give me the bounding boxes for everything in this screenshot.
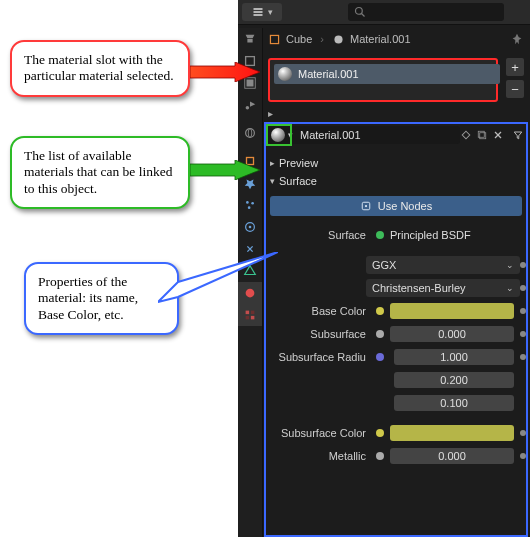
- tab-material[interactable]: [238, 282, 262, 304]
- radius-z[interactable]: 0.100: [394, 395, 514, 411]
- section-surface[interactable]: ▾Surface: [262, 172, 530, 190]
- prop-subsurface-radius: Subsurface Radiu 1.000: [266, 346, 526, 368]
- callout-3: Properties of the material: its name, Ba…: [24, 262, 179, 335]
- filter-icon[interactable]: [510, 127, 526, 143]
- socket-icon[interactable]: [376, 231, 384, 239]
- prop-subsurface-color: Subsurface Color: [266, 422, 526, 444]
- prop-surface: Surface Principled BSDF: [266, 224, 526, 246]
- arrow-red: [190, 62, 260, 82]
- svg-point-12: [248, 129, 252, 138]
- socket-icon[interactable]: [376, 429, 384, 437]
- nodes-icon: [360, 200, 372, 212]
- svg-rect-0: [253, 8, 262, 10]
- properties-tabs: [238, 28, 263, 537]
- material-slot-row[interactable]: Material.001: [274, 64, 500, 84]
- add-slot-button[interactable]: +: [506, 58, 524, 76]
- svg-rect-21: [246, 311, 250, 315]
- socket-icon[interactable]: [376, 353, 384, 361]
- pin-icon[interactable]: [510, 32, 524, 48]
- svg-point-14: [246, 201, 249, 204]
- callout-2: The list of available materials that can…: [10, 136, 190, 209]
- base-color-swatch[interactable]: [390, 303, 514, 319]
- tab-scene[interactable]: [238, 94, 262, 116]
- svg-marker-19: [245, 266, 256, 275]
- socket-icon[interactable]: [376, 330, 384, 338]
- annotation-green-box: [266, 124, 292, 146]
- material-preview-icon: [278, 67, 292, 81]
- section-preview[interactable]: ▸Preview: [262, 154, 530, 172]
- tab-texture[interactable]: [238, 304, 262, 326]
- chevron-down-icon: ⌄: [506, 283, 514, 293]
- svg-point-10: [246, 106, 250, 110]
- prop-base-color: Base Color: [266, 300, 526, 322]
- chevron-down-icon: ▾: [268, 7, 273, 17]
- svg-rect-25: [270, 35, 278, 43]
- tab-constraints[interactable]: [238, 238, 262, 260]
- svg-marker-34: [190, 160, 260, 180]
- tab-data[interactable]: [238, 260, 262, 282]
- new-material-icon[interactable]: [474, 127, 490, 143]
- material-slot-list[interactable]: Material.001: [268, 58, 498, 102]
- tab-particles[interactable]: [238, 194, 262, 216]
- socket-icon[interactable]: [376, 307, 384, 315]
- fake-user-icon[interactable]: [458, 127, 474, 143]
- metallic-value[interactable]: 0.000: [390, 448, 514, 464]
- material-name-field[interactable]: [298, 128, 412, 142]
- svg-point-32: [365, 205, 367, 207]
- options-pulldown[interactable]: ▾: [242, 3, 282, 21]
- chevron-right-icon: ▸: [270, 158, 275, 168]
- svg-rect-24: [251, 316, 255, 320]
- search-input[interactable]: [348, 3, 504, 21]
- prop-metallic: Metallic 0.000: [266, 445, 526, 467]
- svg-marker-33: [190, 62, 260, 82]
- svg-rect-28: [480, 133, 486, 139]
- tab-world[interactable]: [238, 122, 262, 144]
- prop-subsurface: Subsurface 0.000: [266, 323, 526, 345]
- svg-point-16: [248, 206, 251, 209]
- svg-point-15: [251, 202, 254, 205]
- svg-point-11: [246, 129, 255, 138]
- chevron-down-icon: ▾: [270, 176, 275, 186]
- prop-distribution: GGX⌄: [266, 254, 526, 276]
- search-icon: [354, 6, 366, 18]
- svg-rect-1: [253, 11, 262, 13]
- chevron-down-icon: ⌄: [506, 260, 514, 270]
- distribution-dropdown[interactable]: GGX⌄: [366, 256, 520, 274]
- sss-method-dropdown[interactable]: Christensen-Burley⌄: [366, 279, 520, 297]
- breadcrumb: Cube › Material.001: [262, 28, 530, 50]
- subsurface-value[interactable]: 0.000: [390, 326, 514, 342]
- radius-y[interactable]: 0.200: [394, 372, 514, 388]
- svg-rect-6: [247, 39, 252, 43]
- svg-point-18: [249, 226, 252, 229]
- breadcrumb-object[interactable]: Cube: [268, 33, 312, 46]
- svg-point-26: [334, 35, 342, 43]
- expand-icon[interactable]: ▸: [268, 108, 273, 119]
- svg-point-3: [356, 8, 363, 15]
- surface-value[interactable]: Principled BSDF: [390, 229, 471, 241]
- svg-line-4: [362, 14, 365, 17]
- subsurface-color-swatch[interactable]: [390, 425, 514, 441]
- svg-marker-5: [246, 35, 255, 39]
- tab-render[interactable]: [238, 28, 262, 50]
- radius-x[interactable]: 1.000: [394, 349, 514, 365]
- slot-name: Material.001: [298, 68, 359, 80]
- material-datablock[interactable]: ▾: [268, 126, 460, 144]
- prop-sss-method: Christensen-Burley⌄: [266, 277, 526, 299]
- svg-rect-27: [478, 131, 484, 137]
- breadcrumb-material[interactable]: Material.001: [332, 33, 411, 46]
- svg-rect-2: [253, 14, 262, 16]
- tab-physics[interactable]: [238, 216, 262, 238]
- use-nodes-button[interactable]: Use Nodes: [270, 196, 522, 216]
- svg-point-20: [246, 289, 255, 298]
- remove-slot-button[interactable]: −: [506, 80, 524, 98]
- arrow-green: [190, 160, 260, 180]
- callout-1: The material slot with the particular ma…: [10, 40, 190, 97]
- unlink-icon[interactable]: [490, 127, 506, 143]
- svg-rect-23: [246, 316, 250, 320]
- socket-icon[interactable]: [376, 452, 384, 460]
- svg-rect-22: [251, 311, 255, 315]
